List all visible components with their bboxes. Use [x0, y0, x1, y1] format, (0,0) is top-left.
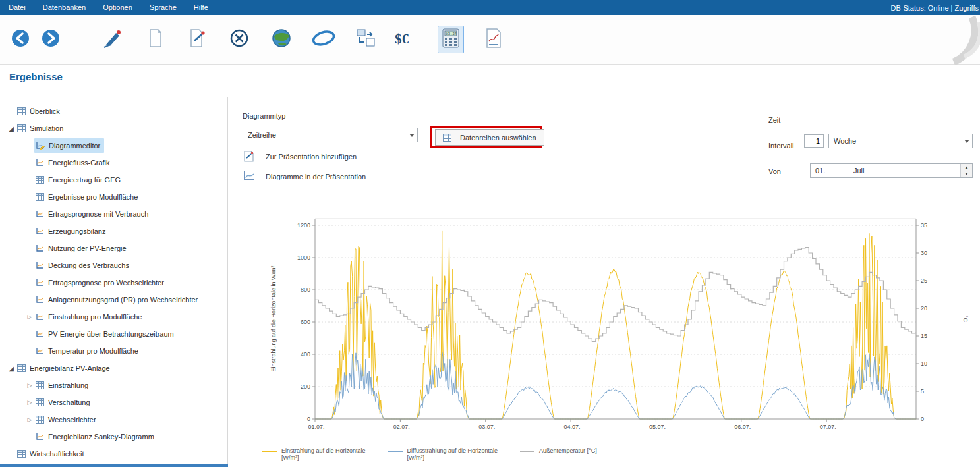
- system-loop-button[interactable]: [311, 26, 336, 53]
- svg-text:800: 800: [301, 287, 310, 293]
- menu-item-hilfe[interactable]: Hilfe: [185, 0, 217, 15]
- windows-layout-button[interactable]: [353, 26, 378, 53]
- tree-item-label: Nutzung der PV-Energie: [48, 244, 127, 252]
- tree-item-label: Energieertrag für GEG: [48, 176, 121, 184]
- tree-item-überblick[interactable]: Überblick: [0, 103, 227, 120]
- select-data-series-button[interactable]: Datenreihen auswählen: [435, 129, 544, 146]
- tree-item-diagrammeditor[interactable]: Diagrammeditor: [0, 137, 227, 154]
- tree-item-erzeugungsbilanz[interactable]: Erzeugungsbilanz: [0, 223, 227, 240]
- tree-item-content: Überblick: [16, 104, 64, 119]
- chart-grid: [315, 225, 916, 387]
- tree-item-nutzung-der-pv-energie[interactable]: Nutzung der PV-Energie: [0, 240, 227, 257]
- diagram-type-select[interactable]: Zeitreihe: [243, 128, 418, 142]
- menu-item-sprache[interactable]: Sprache: [141, 0, 185, 15]
- menu-bar: DateiDatenbankenOptionenSpracheHilfe DB-…: [0, 0, 980, 15]
- chart-icon: [36, 261, 44, 269]
- svg-text:30: 30: [921, 250, 927, 256]
- legend-label: Diffusstrahlung auf die Horizontale[W/m²…: [407, 447, 498, 462]
- table-icon: [17, 124, 26, 132]
- tree-item-pv-energie-über-betrachtungszeitraum[interactable]: PV Energie über Betrachtungszeitraum: [0, 325, 227, 343]
- tree-item-wirtschaftlichkeit[interactable]: Wirtschaftlichkeit: [0, 445, 227, 462]
- y-axis-left-label: Einstrahlung auf die Horizontale in W/m²: [270, 265, 277, 371]
- menu-item-optionen[interactable]: Optionen: [94, 0, 141, 15]
- expanded-expander-icon[interactable]: ◢: [7, 125, 16, 132]
- tree-item-einstrahlung-pro-modulfläche[interactable]: ▷Einstrahlung pro Modulfläche: [0, 308, 227, 325]
- close-project-button[interactable]: [227, 26, 252, 53]
- tree-item-wechselrichter[interactable]: ▷Wechselrichter: [0, 411, 227, 428]
- back-button[interactable]: [8, 26, 33, 53]
- svg-text:02.07.: 02.07.: [393, 424, 410, 430]
- svg-text:06.07.: 06.07.: [734, 424, 751, 430]
- interval-input[interactable]: [804, 134, 824, 148]
- edit-project-button[interactable]: [185, 26, 210, 53]
- tree-item-anlagennutzungsgrad-pr-pro-wechselrichter[interactable]: Anlagennutzungsgrad (PR) pro Wechselrich…: [0, 291, 227, 308]
- results-calculator-button[interactable]: 83.24: [438, 26, 464, 53]
- svg-text:200: 200: [301, 383, 310, 390]
- tree-item-content: Erzeugungsbilanz: [34, 224, 109, 238]
- add-to-presentation-label: Zur Präsentation hinzufügen: [266, 153, 357, 161]
- tree-item-energiefluss-grafik[interactable]: Energiefluss-Grafik: [0, 154, 227, 171]
- tree-item-einstrahlung[interactable]: ▷Einstrahlung: [0, 377, 227, 394]
- new-project-button[interactable]: [142, 26, 167, 53]
- tree-item-label: Energiebilanz PV-Anlage: [30, 364, 110, 372]
- menu-item-datenbanken[interactable]: Datenbanken: [34, 0, 94, 15]
- spinner-down-icon[interactable]: ▼: [961, 171, 972, 178]
- tree-item-ertragsprognose-pro-wechselrichter[interactable]: Ertragsprognose pro Wechselrichter: [0, 274, 227, 291]
- tree-item-verschaltung[interactable]: ▷Verschaltung: [0, 394, 227, 411]
- series-diffuse-irradiance-line: [315, 352, 916, 419]
- globe-3d-button[interactable]: [269, 26, 294, 53]
- db-status-text: DB-Status: Online | Zugriffs: [891, 4, 980, 12]
- project-wizard-button[interactable]: [100, 26, 125, 53]
- tree-item-label: Erzeugungsbilanz: [48, 227, 105, 235]
- tree-item-deckung-des-verbrauchs[interactable]: Deckung des Verbrauchs: [0, 257, 227, 274]
- collapsed-expander-icon[interactable]: ▷: [25, 314, 34, 320]
- system-loop-icon: [310, 28, 337, 51]
- collapsed-expander-icon[interactable]: ▷: [25, 399, 34, 406]
- expanded-expander-icon[interactable]: ◢: [7, 365, 16, 372]
- forward-button: [41, 28, 61, 51]
- menu-item-datei[interactable]: Datei: [0, 0, 34, 15]
- tree-item-energiebilanz-sankey-diagramm[interactable]: Energiebilanz Sankey-Diagramm: [0, 428, 227, 445]
- tree-item-energiebilanz-pv-anlage[interactable]: ◢Energiebilanz PV-Anlage: [0, 360, 227, 377]
- svg-text:400: 400: [301, 351, 310, 358]
- svg-text:15: 15: [921, 333, 927, 339]
- legend-item: Diffusstrahlung auf die Horizontale[W/m²…: [388, 447, 498, 462]
- tree-item-content: Energieertrag für GEG: [34, 173, 125, 187]
- tree-item-content: PV Energie über Betrachtungszeitraum: [34, 327, 178, 341]
- from-date-spinner[interactable]: 01. Juli ▲ ▼: [810, 163, 973, 178]
- add-to-presentation-button[interactable]: Zur Präsentation hinzufügen: [243, 150, 357, 163]
- globe-3d-icon: [270, 27, 293, 52]
- tariffs-currency-button[interactable]: $€: [395, 26, 420, 53]
- chart-icon: [36, 227, 44, 235]
- svg-text:04.07.: 04.07.: [564, 424, 581, 430]
- interval-unit-select[interactable]: Woche: [828, 134, 973, 148]
- svg-text:05.07.: 05.07.: [649, 424, 666, 430]
- presentation-chart-icon: [243, 170, 256, 182]
- tree-item-content: Verschaltung: [34, 395, 94, 410]
- collapsed-expander-icon[interactable]: ▷: [25, 416, 34, 423]
- from-day-value: 01.: [811, 167, 853, 175]
- collapsed-expander-icon[interactable]: ▷: [25, 382, 34, 389]
- tree-item-temperatur-pro-modulfläche[interactable]: Temperatur pro Modulfläche: [0, 343, 227, 360]
- tree-horizontal-scrollbar[interactable]: [0, 464, 228, 467]
- results-tree: Überblick◢SimulationDiagrammeditorEnergi…: [0, 97, 228, 467]
- report-button[interactable]: [481, 26, 506, 53]
- tree-item-content: Ergebnisse pro Modulfläche: [34, 190, 142, 204]
- tree-item-simulation[interactable]: ◢Simulation: [0, 120, 227, 137]
- spinner-up-icon[interactable]: ▲: [961, 164, 972, 171]
- tree-item-content: Energiebilanz Sankey-Diagramm: [34, 429, 158, 444]
- tree-item-label: Wechselrichter: [48, 416, 96, 424]
- table-icon: [17, 107, 26, 115]
- tree-item-ertragsprognose-mit-verbrauch[interactable]: Ertragsprognose mit Verbrauch: [0, 206, 227, 223]
- legend-item: Außentemperatur [°C]: [520, 447, 597, 462]
- tree-item-label: Ergebnisse pro Modulfläche: [48, 193, 138, 201]
- interval-label: Intervall: [768, 142, 794, 150]
- table-icon: [36, 398, 44, 406]
- tree-item-energieertrag-für-geg[interactable]: Energieertrag für GEG: [0, 171, 227, 188]
- app-window: DateiDatenbankenOptionenSpracheHilfe DB-…: [0, 0, 980, 467]
- tree-item-content: Energiefluss-Grafik: [34, 155, 114, 170]
- charts-in-presentation-label: Diagramme in der Präsentation: [266, 173, 366, 180]
- charts-in-presentation-button[interactable]: Diagramme in der Präsentation: [243, 170, 366, 182]
- tree-item-ergebnisse-pro-modulfläche[interactable]: Ergebnisse pro Modulfläche: [0, 188, 227, 206]
- forward-button[interactable]: [38, 26, 63, 53]
